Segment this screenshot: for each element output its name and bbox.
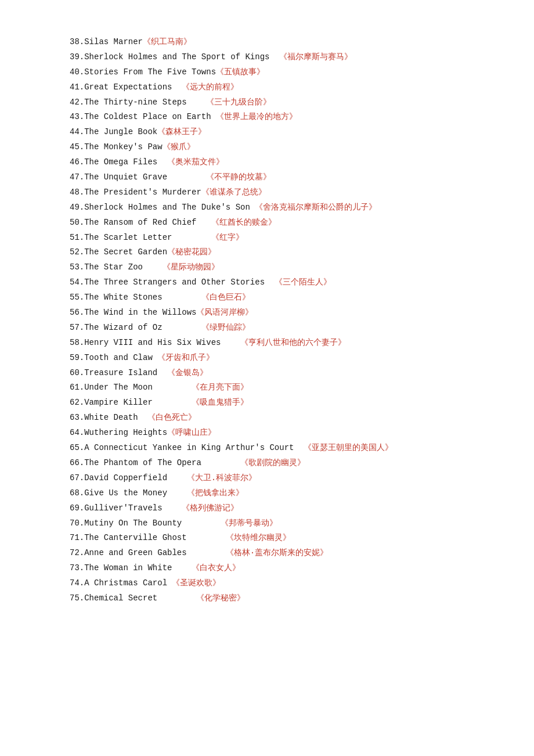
chinese-title: 《福尔摩斯与赛马》 (279, 52, 352, 62)
chinese-title: 《风语河岸柳》 (196, 308, 253, 317)
list-item: 50.The Ransom of Red Chief 《红酋长的赎金》 (70, 215, 464, 231)
chinese-title: 《圣诞欢歌》 (172, 578, 221, 588)
list-item: 52.The Secret Garden《秘密花园》 (70, 245, 464, 260)
chinese-title: 《红酋长的赎金》 (211, 218, 276, 227)
list-item: 49.Sherlock Holmes and The Duke's Son 《舍… (70, 200, 464, 215)
list-item: 56.The Wind in the Willows《风语河岸柳》 (70, 305, 464, 321)
list-item: 53.The Star Zoo 《星际动物园》 (70, 260, 464, 275)
chinese-title: 《把钱拿出来》 (187, 488, 244, 498)
chinese-title: 《绿野仙踪》 (201, 323, 250, 332)
book-list: 38.Silas Marner《织工马南》39.Sherlock Holmes … (70, 35, 464, 606)
chinese-title: 《三十九级台阶》 (206, 98, 271, 107)
chinese-title: 《亨利八世和他的六个妻子》 (240, 338, 346, 347)
list-item: 62.Vampire Killer 《吸血鬼猎手》 (70, 395, 464, 411)
list-item: 61.Under The Moon 《在月亮下面》 (70, 380, 464, 395)
chinese-title: 《织工马南》 (143, 37, 192, 46)
chinese-title: 《大卫.科波菲尔》 (187, 473, 257, 483)
list-item: 54.The Three Strangers and Other Stories… (70, 275, 464, 290)
list-item: 59.Tooth and Claw 《牙齿和爪子》 (70, 351, 464, 366)
list-item: 47.The Unquiet Grave 《不平静的坟墓》 (70, 170, 464, 185)
list-item: 45.The Monkey's Paw《猴爪》 (70, 140, 464, 155)
chinese-title: 《坎特维尔幽灵》 (226, 533, 291, 542)
list-item: 67.David Copperfield 《大卫.科波菲尔》 (70, 471, 464, 486)
list-item: 70.Mutiny On The Bounty 《邦蒂号暴动》 (70, 516, 464, 531)
list-item: 65.A Connecticut Yankee in King Arthur's… (70, 441, 464, 456)
list-item: 75.Chemical Secret 《化学秘密》 (70, 591, 464, 606)
list-item: 71.The Canterville Ghost 《坎特维尔幽灵》 (70, 531, 464, 546)
chinese-title: 《在月亮下面》 (192, 383, 248, 392)
chinese-title: 《森林王子》 (157, 127, 206, 136)
chinese-title: 《吸血鬼猎手》 (192, 398, 248, 407)
list-item: 58.Henry VIII and His Six Wives 《亨利八世和他的… (70, 336, 464, 351)
chinese-title: 《牙齿和爪子》 (157, 353, 214, 362)
list-item: 43.The Coldest Place on Earth 《世界上最冷的地方》 (70, 110, 464, 125)
list-item: 57.The Wizard of Oz 《绿野仙踪》 (70, 321, 464, 336)
chinese-title: 《白色死亡》 (147, 413, 196, 422)
list-item: 72.Anne and Green Gables 《格林·盖布尔斯来的安妮》 (70, 546, 464, 561)
list-item: 40.Stories From The Five Towns《五镇故事》 (70, 65, 464, 80)
list-item: 48.The President's Murderer《谁谋杀了总统》 (70, 185, 464, 200)
chinese-title: 《秘密花园》 (167, 247, 216, 257)
list-item: 69.Gulliver'Travels 《格列佛游记》 (70, 501, 464, 516)
chinese-title: 《邦蒂号暴动》 (221, 519, 277, 528)
chinese-title: 《舍洛克福尔摩斯和公爵的儿子》 (255, 203, 377, 212)
chinese-title: 《白衣女人》 (192, 563, 240, 573)
list-item: 63.White Death 《白色死亡》 (70, 411, 464, 426)
chinese-title: 《格列佛游记》 (182, 503, 239, 513)
list-item: 60.Treasure Island 《金银岛》 (70, 366, 464, 381)
chinese-title: 《世界上最冷的地方》 (216, 112, 297, 121)
chinese-title: 《五镇故事》 (216, 67, 265, 77)
chinese-title: 《呼啸山庄》 (167, 428, 216, 437)
chinese-title: 《白色巨石》 (201, 293, 250, 302)
chinese-title: 《歌剧院的幽灵》 (240, 458, 305, 467)
list-item: 41.Great Expectations 《远大的前程》 (70, 80, 464, 95)
list-item: 64.Wuthering Heights《呼啸山庄》 (70, 426, 464, 441)
list-item: 42.The Thirty-nine Steps 《三十九级台阶》 (70, 95, 464, 110)
list-item: 66.The Phantom of The Opera 《歌剧院的幽灵》 (70, 456, 464, 471)
list-item: 74.A Christmas Carol 《圣诞欢歌》 (70, 576, 464, 591)
chinese-title: 《三个陌生人》 (275, 278, 331, 287)
chinese-title: 《格林·盖布尔斯来的安妮》 (226, 548, 328, 557)
list-item: 55.The White Stones 《白色巨石》 (70, 290, 464, 305)
chinese-title: 《远大的前程》 (182, 82, 239, 92)
list-item: 38.Silas Marner《织工马南》 (70, 35, 464, 50)
chinese-title: 《金银岛》 (167, 368, 208, 377)
list-item: 46.The Omega Files 《奥米茄文件》 (70, 155, 464, 170)
chinese-title: 《红字》 (211, 233, 244, 242)
chinese-title: 《不平静的坟墓》 (206, 172, 271, 182)
chinese-title: 《奥米茄文件》 (167, 157, 224, 167)
chinese-title: 《亚瑟王朝里的美国人》 (304, 443, 393, 452)
list-item: 44.The Jungle Book《森林王子》 (70, 125, 464, 140)
list-item: 73.The Woman in White 《白衣女人》 (70, 561, 464, 576)
chinese-title: 《化学秘密》 (196, 593, 245, 603)
list-item: 68.Give Us the Money 《把钱拿出来》 (70, 486, 464, 501)
chinese-title: 《谁谋杀了总统》 (201, 188, 266, 197)
list-item: 51.The Scarlet Letter 《红字》 (70, 231, 464, 246)
list-item: 39.Sherlock Holmes and The Sport of King… (70, 50, 464, 65)
chinese-title: 《猴爪》 (163, 142, 195, 152)
chinese-title: 《星际动物园》 (163, 262, 219, 272)
